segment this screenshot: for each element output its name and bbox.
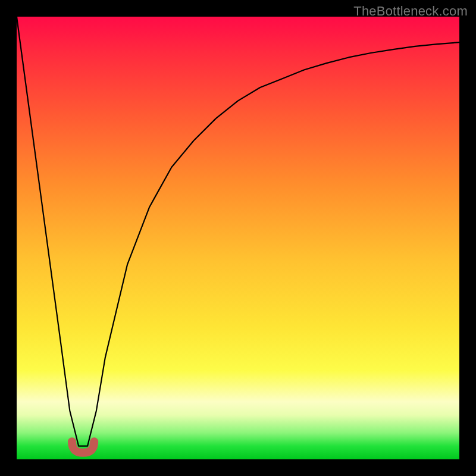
bottleneck-curve: [17, 17, 459, 446]
chart-frame: TheBottleneck.com: [0, 0, 476, 476]
plot-area: [17, 17, 459, 459]
curve-svg: [17, 17, 459, 459]
optimal-range-marker: [72, 441, 94, 453]
